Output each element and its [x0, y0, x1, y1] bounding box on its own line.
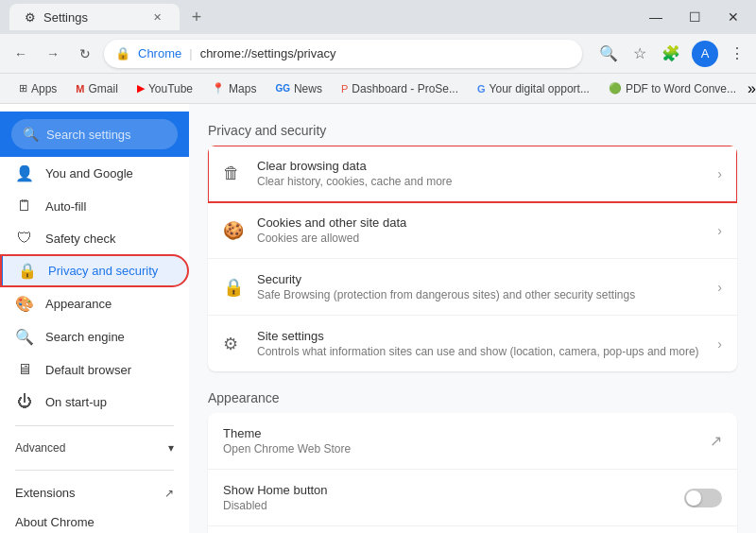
tab-favicon: ⚙ [25, 10, 36, 25]
site-settings-icon: ⚙ [223, 334, 257, 354]
chevron-right-icon: › [717, 166, 722, 181]
bookmark-pdf[interactable]: 🟢 PDF to Word Conve... [601, 78, 744, 99]
address-bar: ← → ↻ 🔒 Chrome | chrome://settings/priva… [0, 34, 756, 74]
chevron-right-icon-4: › [717, 336, 722, 352]
tab-strip: ⚙ Settings ✕ + [9, 4, 210, 30]
main-layout: 🔍 Search settings 👤 You and Google 🗒 Aut… [0, 104, 756, 533]
sidebar-item-label: You and Google [45, 166, 133, 181]
bookmark-news[interactable]: GG News [267, 78, 330, 99]
bookmark-youtube[interactable]: ▶ YouTube [129, 78, 200, 99]
bookmarks-bar: ⊞ Apps M Gmail ▶ YouTube 📍 Maps GG News … [0, 74, 756, 104]
sidebar-item-label: Auto-fill [45, 199, 86, 214]
site-settings-row[interactable]: ⚙ Site settings Controls what informatio… [208, 316, 737, 371]
extensions-icon[interactable]: 🧩 [658, 41, 684, 66]
site-settings-text: Site settings Controls what information … [257, 329, 717, 358]
sidebar-item-default-browser[interactable]: 🖥 Default browser [0, 353, 189, 386]
back-button[interactable]: ← [8, 41, 34, 67]
theme-title: Theme [223, 426, 710, 440]
sidebar-search-placeholder: Search settings [46, 128, 131, 142]
gmail-icon: M [76, 83, 84, 95]
site-settings-title: Site settings [257, 329, 717, 343]
maximize-button[interactable]: ☐ [681, 6, 709, 28]
browser-icon: 🖥 [15, 361, 34, 378]
sidebar-item-label: Appearance [45, 297, 112, 311]
site-settings-desc: Controls what information sites can use … [257, 345, 717, 358]
sidebar-advanced-section[interactable]: Advanced ▾ [0, 434, 189, 462]
cookies-icon: 🍪 [223, 220, 257, 241]
bookmark-dashboard[interactable]: P Dashboard - ProSe... [334, 78, 466, 99]
privacy-card: 🗑 Clear browsing data Clear history, coo… [208, 146, 737, 371]
apps-icon: ⊞ [19, 82, 27, 95]
profile-button[interactable]: A [692, 41, 718, 67]
sidebar-item-search-engine[interactable]: 🔍 Search engine [0, 320, 189, 353]
refresh-button[interactable]: ↻ [72, 41, 98, 67]
new-tab-button[interactable]: + [183, 4, 210, 30]
chevron-right-icon-2: › [717, 223, 722, 238]
sidebar-search-icon: 🔍 [23, 127, 39, 142]
bookmark-maps[interactable]: 📍 Maps [204, 78, 264, 99]
theme-desc: Open Chrome Web Store [223, 442, 710, 456]
active-tab[interactable]: ⚙ Settings ✕ [9, 4, 180, 30]
clear-browsing-desc: Clear history, cookies, cache and more [257, 175, 717, 188]
url-separator: | [189, 46, 192, 60]
cookies-row[interactable]: 🍪 Cookies and other site data Cookies ar… [208, 202, 737, 259]
bookmark-star-icon[interactable]: ☆ [629, 41, 650, 66]
sidebar: 🔍 Search settings 👤 You and Google 🗒 Aut… [0, 104, 189, 533]
bookmark-gmail[interactable]: M Gmail [68, 78, 126, 99]
title-bar: ⚙ Settings ✕ + — ☐ ✕ [0, 0, 756, 34]
home-button-desc: Disabled [223, 499, 684, 512]
security-row[interactable]: 🔒 Security Safe Browsing (protection fro… [208, 259, 737, 316]
search-icon[interactable]: 🔍 [595, 41, 622, 66]
extensions-nav-label: Extensions [15, 486, 153, 500]
home-button-title: Show Home button [223, 483, 684, 497]
security-title: Security [257, 272, 717, 286]
sidebar-item-appearance[interactable]: 🎨 Appearance [0, 287, 189, 320]
sidebar-item-safety-check[interactable]: 🛡 Safety check [0, 222, 189, 254]
sidebar-item-on-startup[interactable]: ⏻ On start-up [0, 386, 189, 418]
url-text: chrome://settings/privacy [200, 46, 571, 60]
bookmark-label: Apps [31, 82, 57, 95]
address-icons: 🔍 ☆ 🧩 A ⋮ [595, 41, 748, 67]
sidebar-header-area: 🔍 Search settings [0, 112, 189, 157]
sidebar-item-extensions[interactable]: Extensions ↗ [0, 478, 189, 507]
sidebar-item-label: Safety check [45, 232, 115, 246]
person-icon: 👤 [15, 164, 34, 182]
home-button-toggle[interactable] [684, 489, 722, 507]
close-window-button[interactable]: ✕ [720, 6, 747, 28]
settings-search-bar[interactable]: 🔍 Search settings [11, 119, 178, 149]
lock-icon: 🔒 [115, 46, 130, 60]
shield-icon: 🛡 [15, 230, 34, 247]
settings-content: Privacy and security 🗑 Clear browsing da… [189, 104, 756, 533]
sidebar-item-privacy-security[interactable]: 🔒 Privacy and security [0, 254, 189, 287]
menu-dots-icon[interactable]: ⋮ [726, 41, 748, 66]
about-label: About Chrome [15, 515, 94, 529]
sidebar-divider [15, 425, 174, 426]
bookmark-digital[interactable]: G Your digital opport... [470, 78, 597, 99]
bookmark-label: News [294, 82, 322, 95]
bookmark-apps[interactable]: ⊞ Apps [11, 78, 64, 99]
security-icon: 🔒 [223, 277, 257, 298]
google-icon: G [477, 83, 486, 95]
sidebar-item-autofill[interactable]: 🗒 Auto-fill [0, 190, 189, 222]
home-button-row[interactable]: Show Home button Disabled [208, 470, 737, 526]
bookmarks-more-button[interactable]: » [747, 80, 756, 97]
tab-title: Settings [43, 10, 88, 25]
tab-close-button[interactable]: ✕ [149, 9, 164, 25]
window-controls: — ☐ ✕ [642, 6, 747, 28]
bookmark-label: Maps [229, 82, 256, 95]
theme-row[interactable]: Theme Open Chrome Web Store ↗ [208, 413, 737, 470]
bookmarks-bar-row[interactable]: Show bookmarks bar [208, 526, 737, 533]
minimize-button[interactable]: — [642, 6, 670, 28]
appearance-section-title: Appearance [208, 390, 737, 405]
sidebar-item-about-chrome[interactable]: About Chrome [0, 507, 189, 533]
bookmark-label: Gmail [89, 82, 118, 95]
cookies-title: Cookies and other site data [257, 215, 717, 230]
url-bar[interactable]: 🔒 Chrome | chrome://settings/privacy [104, 40, 582, 68]
clear-browsing-row[interactable]: 🗑 Clear browsing data Clear history, coo… [208, 146, 737, 202]
startup-icon: ⏻ [15, 393, 34, 410]
forward-button[interactable]: → [40, 41, 66, 67]
appearance-card: Theme Open Chrome Web Store ↗ Show Home … [208, 413, 737, 533]
privacy-section-title: Privacy and security [208, 123, 737, 138]
sidebar-item-label: Search engine [45, 330, 125, 344]
sidebar-item-you-google[interactable]: 👤 You and Google [0, 157, 189, 190]
